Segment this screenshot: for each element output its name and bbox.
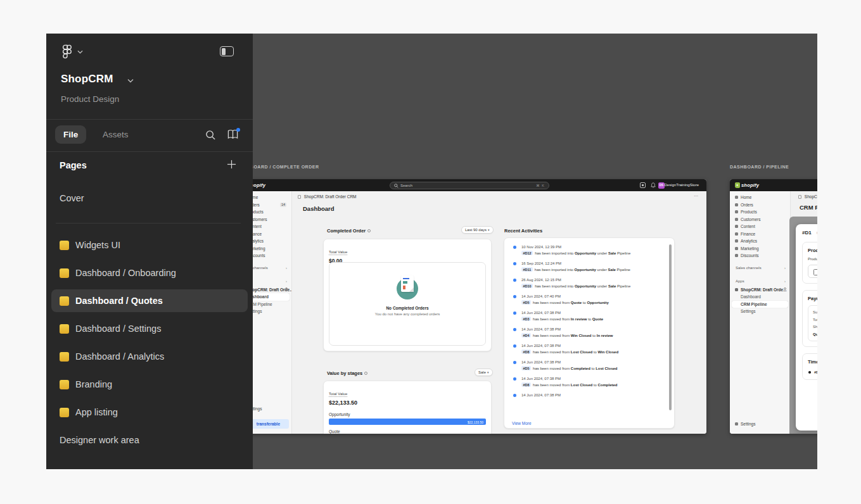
page-item-dashboard-onboarding[interactable]: Dashboard / Onboarding [46, 259, 253, 287]
add-image-button[interactable] [808, 265, 817, 278]
page-item-dashboard-analytics[interactable]: Dashboard / Analytics [46, 343, 253, 370]
page-item-widgets-ui[interactable]: Widgets UI [46, 231, 253, 259]
message-text: has been moved from [533, 367, 571, 370]
nav-icon-home [735, 196, 738, 199]
file-name[interactable]: ShopCRM [61, 73, 113, 85]
message-text: has been moved from [533, 383, 571, 387]
chevron-right-icon: › [286, 265, 287, 272]
nav-badge: 14 [280, 203, 286, 207]
page-item-label: Cover [60, 193, 84, 203]
activity-message: #D8has been moved from Lost Closed to Co… [521, 383, 665, 387]
page-item-dashboard-settings[interactable]: Dashboard / Settings [46, 315, 253, 343]
frame-dashboard-complete-order[interactable]: s shopify Search ⌘ K DS [236, 179, 706, 434]
page-item-designer-work-area[interactable]: Designer work area [46, 426, 253, 454]
message-text: to [587, 317, 592, 321]
nav-icon-customers [735, 218, 738, 221]
nav-group-apps[interactable]: Apps› [730, 278, 790, 286]
notifications-icon[interactable] [651, 182, 656, 188]
activity-dot [513, 262, 516, 265]
pages-list: CoverWidgets UIDashboard / OnboardingDas… [46, 182, 253, 469]
search-icon[interactable] [205, 130, 216, 141]
nav-item-products[interactable]: Products [730, 208, 790, 216]
add-page-icon[interactable] [227, 160, 236, 169]
page-item-inner: Widgets UI [51, 234, 248, 256]
message-bold: Lost Closed [571, 350, 592, 354]
scrollbar[interactable] [669, 244, 672, 410]
store-name[interactable]: DesignTrainingStore [665, 183, 699, 187]
app-doc-icon [798, 195, 801, 199]
tab-assets[interactable]: Assets [94, 125, 137, 144]
page-thumbnail-icon [60, 241, 69, 250]
file-menu-chevron-icon[interactable] [127, 79, 134, 83]
pin-icon [784, 287, 786, 290]
project-name[interactable]: Product Design [61, 94, 119, 104]
nav-item-content[interactable]: Content [730, 223, 790, 230]
order-badge: #D4 [521, 333, 531, 337]
page-item-label: Dashboard / Settings [75, 324, 161, 334]
page-thumbnail-icon [60, 268, 69, 278]
nav-item-settings-bottom[interactable]: Settings [730, 420, 790, 428]
activity-row: 16 Sep 2024, 12:24 PM#D11has been import… [513, 261, 665, 272]
activity-message: #D5has been moved from Quote to Opportun… [521, 301, 665, 305]
tab-file[interactable]: File [55, 125, 86, 144]
deal-modal: #D1 Updated Products Products Payment Su… [796, 224, 817, 431]
main-menu-chevron-icon[interactable] [77, 50, 83, 54]
message-text: Pipeline [616, 268, 630, 272]
nav-item-discounts[interactable]: Discounts [730, 252, 790, 260]
page-item-app-listing[interactable]: App listing [46, 398, 253, 426]
store-avatar[interactable]: DS [658, 182, 665, 189]
activity-dot [513, 279, 516, 282]
nav-group-sales-channels[interactable]: Sales channels› [730, 265, 790, 272]
breadcrumb-actions[interactable]: ⋯ [694, 194, 699, 199]
page-item-dashboard-quotes[interactable]: Dashboard / Quotes [46, 287, 253, 315]
message-bold: Lost Closed [596, 367, 617, 370]
activity-dot [513, 344, 516, 348]
frame-dashboard-pipeline[interactable]: s shopify HomeOrdersProductsCustomersCon… [730, 179, 817, 434]
page-item-label: App listing [75, 407, 118, 417]
nav-sub-crm-pipeline[interactable]: CRM Pipeline [732, 301, 788, 308]
activity-time: 10 Nov 2024, 12:39 PM [521, 245, 665, 249]
nav-sub-dashboard[interactable]: Dashboard [730, 293, 790, 301]
nav-item-customers[interactable]: Customers [730, 216, 790, 224]
apps-icon[interactable] [640, 182, 646, 188]
nav-item-home[interactable]: Home [730, 194, 790, 201]
search-input[interactable]: Search ⌘ K [390, 182, 549, 189]
nav-item-marketing[interactable]: Marketing [730, 245, 790, 253]
nav-item-analytics[interactable]: Analytics [730, 237, 790, 245]
app-breadcrumb: ShopCRM: Draft Order CRM [298, 194, 357, 199]
nav-app-shopcrm[interactable]: ShopCRM: Draft Orde... [730, 286, 790, 294]
payment-row-quote: Quote [813, 332, 817, 336]
stage-bar-value: $22,133.50 [468, 420, 483, 424]
toggle-panel-icon[interactable] [220, 46, 234, 56]
date-range-filter[interactable]: Last 90 days▾ [461, 226, 494, 234]
page-item-branding[interactable]: Branding [46, 370, 253, 398]
message-bold: Quote [592, 317, 603, 321]
activity-message: #D3has been moved from In review to Quot… [521, 317, 665, 321]
activity-message: #D8has been moved from Lost Closed to Wi… [521, 350, 665, 354]
view-more-link[interactable]: View More [512, 421, 532, 425]
page-item-inner: Designer work area [51, 429, 248, 451]
app-bag-icon [735, 288, 738, 291]
page-item-inner: Dashboard / Settings [51, 317, 248, 340]
order-badge: #D8 [521, 382, 531, 387]
library-icon[interactable] [227, 129, 239, 142]
recent-activities-heading: Recent Activities [504, 228, 542, 234]
order-badge: #D10 [521, 284, 533, 288]
nav-icon-analytics [735, 239, 738, 243]
figma-logo-icon[interactable] [62, 44, 72, 59]
nav-item-finance[interactable]: Finance [730, 230, 790, 238]
message-text: to [590, 367, 596, 370]
frame-label-pipeline[interactable]: DASHBOARD / PIPELINE [730, 165, 789, 169]
nav-item-orders[interactable]: Orders [730, 201, 790, 209]
total-value-label: Total Value [329, 250, 347, 255]
page-item-cover[interactable]: Cover [46, 182, 253, 214]
shopify-topbar: s shopify Search ⌘ K DS [236, 179, 706, 191]
empty-title: No Completed Orders [386, 306, 428, 310]
search-icon [394, 184, 399, 188]
nav-sub-settings[interactable]: Settings [730, 308, 790, 315]
message-text: has been moved from [533, 317, 571, 321]
stage-bar-opportunity: $22,133.50 [329, 419, 486, 425]
pipeline-filter[interactable]: Sale▾ [475, 369, 493, 376]
activity-dot [513, 328, 516, 331]
activity-time: 16 Sep 2024, 12:24 PM [521, 261, 665, 265]
